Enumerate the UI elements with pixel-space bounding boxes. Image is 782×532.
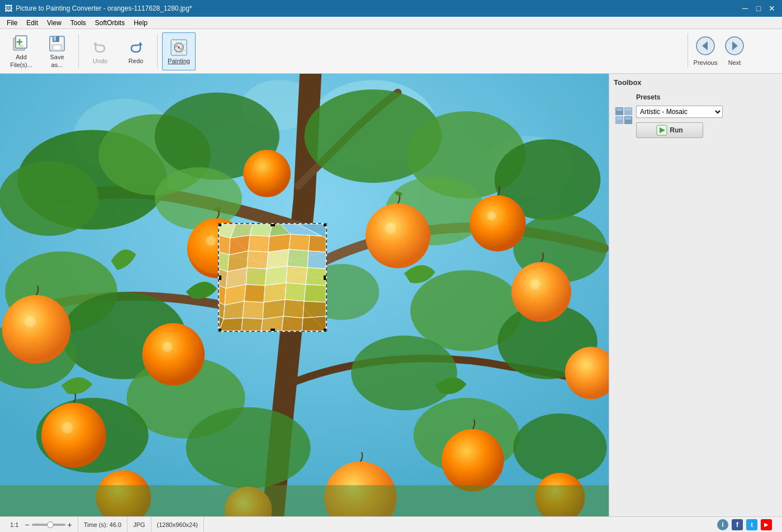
svg-rect-9 (53, 45, 61, 50)
svg-rect-74 (0, 485, 609, 516)
menu-view[interactable]: View (42, 18, 66, 28)
presets-dropdown[interactable]: Artistic - Mosaic Artistic - Oil Paint A… (636, 106, 723, 118)
presets-label: Presets (636, 93, 723, 101)
svg-point-58 (511, 262, 571, 322)
minimize-button[interactable]: ─ (740, 3, 751, 14)
handle-bottom-right[interactable] (324, 329, 327, 332)
svg-rect-130 (617, 117, 623, 120)
mosaic-art-svg (219, 224, 326, 331)
format-display: JPG (133, 521, 145, 528)
presets-row: Presets Artistic - Mosaic Artistic - Oil… (614, 93, 778, 138)
painting-button[interactable]: Painting (162, 32, 196, 70)
app-icon: 🖼 (4, 4, 12, 13)
add-files-label: Add (16, 54, 27, 60)
previous-label: Previous (694, 59, 718, 66)
undo-icon (91, 39, 109, 56)
run-button[interactable]: Run (636, 122, 703, 138)
twitter-icon[interactable]: t (746, 519, 757, 530)
menu-edit[interactable]: Edit (22, 18, 42, 28)
svg-marker-104 (244, 284, 265, 302)
zoom-in-button[interactable]: + (68, 520, 72, 529)
menu-bar: File Edit View Tools SoftOrbits Help (0, 17, 782, 29)
menu-tools[interactable]: Tools (66, 18, 91, 28)
add-files-button[interactable]: Add File(s)... (4, 32, 38, 70)
presets-section: Presets Artistic - Mosaic Artistic - Oil… (614, 93, 778, 138)
redo-label: Redo (129, 58, 143, 64)
info-icon[interactable]: i (717, 519, 728, 530)
svg-point-14 (178, 46, 180, 49)
svg-marker-82 (219, 235, 230, 255)
handle-bottom-mid[interactable] (271, 329, 275, 332)
zoom-out-button[interactable]: − (25, 520, 29, 529)
svg-rect-129 (625, 108, 632, 111)
next-button[interactable]: Next (721, 31, 748, 69)
svg-marker-111 (263, 300, 285, 319)
zoom-section: 1:1 − + (4, 517, 78, 532)
previous-icon (694, 35, 717, 58)
svg-marker-116 (241, 318, 263, 331)
undo-button[interactable]: Undo (83, 32, 117, 70)
mosaic-preview-box[interactable] (218, 223, 327, 332)
handle-top-left[interactable] (218, 223, 221, 226)
painting-label: Painting (168, 58, 190, 64)
facebook-icon[interactable]: f (732, 519, 743, 530)
svg-point-29 (0, 161, 98, 236)
svg-point-53 (366, 203, 430, 268)
zoom-slider[interactable] (32, 524, 65, 526)
svg-marker-95 (307, 251, 326, 269)
redo-button[interactable]: Redo (119, 32, 153, 70)
svg-marker-92 (247, 251, 268, 269)
time-section: Time (s): 46.0 (78, 517, 127, 532)
status-icon-group: i f t ▶ (717, 519, 778, 530)
close-button[interactable]: ✕ (766, 3, 778, 14)
svg-point-47 (155, 167, 242, 230)
svg-point-69 (487, 212, 496, 221)
format-section: JPG (127, 517, 151, 532)
svg-point-68 (385, 223, 396, 234)
svg-rect-128 (617, 108, 623, 111)
time-display: Time (s): 46.0 (84, 521, 121, 528)
svg-marker-119 (302, 316, 326, 331)
save-as-button[interactable]: Save as... (40, 32, 74, 70)
svg-point-55 (470, 196, 525, 251)
zoom-thumb[interactable] (47, 521, 54, 528)
nav-area: Previous Next (685, 31, 748, 69)
handle-left-mid[interactable] (218, 276, 221, 280)
status-bar: 1:1 − + Time (s): 46.0 JPG (1280x960x24)… (0, 516, 782, 532)
maximize-button[interactable]: □ (753, 3, 764, 14)
svg-marker-112 (283, 300, 304, 318)
handle-top-right[interactable] (324, 223, 327, 226)
svg-point-56 (2, 295, 70, 364)
toolbox-title: Toolbox (614, 78, 778, 87)
youtube-icon[interactable]: ▶ (761, 519, 772, 530)
svg-point-72 (530, 279, 540, 289)
svg-point-41 (351, 336, 457, 411)
svg-marker-107 (304, 284, 326, 302)
svg-point-61 (442, 429, 504, 492)
window-title: Picture to Painting Converter - oranges-… (16, 4, 192, 12)
svg-marker-86 (289, 234, 310, 251)
zoom-value: 1:1 (10, 521, 18, 528)
save-as-icon (48, 35, 66, 53)
handle-right-mid[interactable] (324, 276, 327, 280)
svg-marker-78 (250, 224, 272, 236)
dimensions-display: (1280x960x24) (157, 521, 198, 528)
svg-point-73 (62, 422, 73, 434)
svg-rect-131 (625, 117, 632, 120)
svg-marker-105 (264, 283, 286, 302)
canvas-area[interactable] (0, 74, 609, 516)
run-icon (656, 125, 667, 136)
title-bar: 🖼 Picture to Painting Converter - orange… (0, 0, 782, 17)
next-label: Next (728, 59, 741, 66)
menu-help[interactable]: Help (129, 18, 152, 28)
menu-softorbits[interactable]: SoftOrbits (91, 18, 129, 28)
toolbar: Add File(s)... Save as... Undo (0, 29, 782, 74)
previous-button[interactable]: Previous (691, 31, 719, 69)
svg-point-59 (41, 403, 106, 468)
menu-file[interactable]: File (2, 18, 22, 28)
handle-top-mid[interactable] (271, 223, 275, 226)
svg-marker-11 (138, 42, 143, 45)
undo-label: Undo (93, 58, 107, 64)
presets-icon (614, 107, 632, 125)
handle-bottom-left[interactable] (218, 329, 221, 332)
